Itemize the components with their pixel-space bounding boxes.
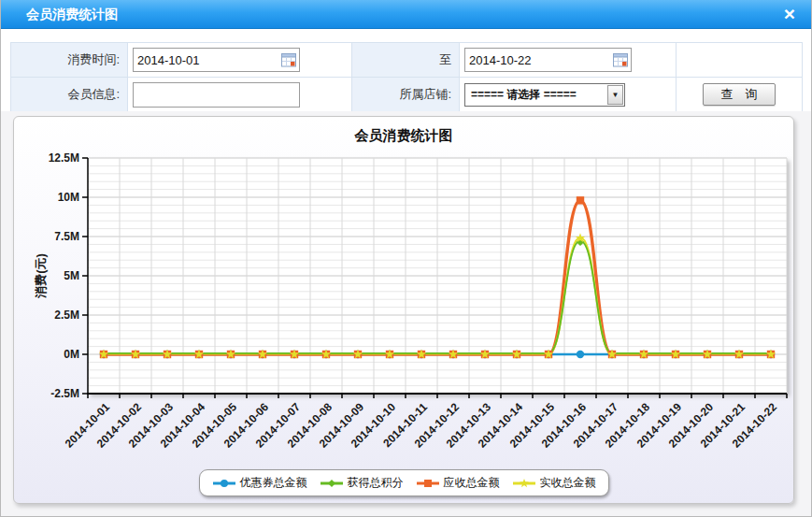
legend-label: 优惠券总金额 — [240, 475, 307, 491]
shop-select[interactable]: ===== 请选择 ===== ▼ — [464, 83, 625, 107]
y-tick-label: -2.5M — [50, 387, 79, 400]
square-marker-icon — [416, 477, 440, 490]
diamond-marker-icon — [320, 477, 344, 490]
legend-label: 实收总金额 — [540, 475, 596, 491]
y-tick-label: 0M — [64, 348, 79, 361]
shop-selected-value: ===== 请选择 ===== — [465, 87, 606, 103]
query-button[interactable]: 查 询 — [703, 83, 776, 106]
date-from-field[interactable] — [133, 48, 300, 72]
search-form: 消费时间: 至 — [10, 42, 803, 112]
legend-item[interactable]: 实收总金额 — [512, 475, 596, 491]
shop-label: 所属店铺: — [352, 78, 460, 112]
to-label: 至 — [352, 43, 460, 78]
y-tick-label: 10M — [58, 191, 79, 204]
legend-label: 获得总积分 — [348, 475, 404, 491]
circle-marker — [221, 480, 228, 487]
legend: 优惠券总金额获得总积分应收总金额实收总金额 — [199, 469, 609, 496]
chart-legend-row: 优惠券总金额获得总积分应收总金额实收总金额 — [14, 469, 793, 496]
close-icon[interactable]: × — [777, 2, 802, 26]
member-info-input[interactable] — [133, 82, 300, 108]
legend-item[interactable]: 获得总积分 — [320, 475, 404, 491]
member-consumption-dialog: 会员消费统计图 × 消费时间: — [0, 0, 812, 517]
empty-cell — [677, 43, 803, 78]
y-axis-title: 消费(元) — [34, 253, 48, 299]
chart-panel: 12.5M10M7.5M5M2.5M0M-2.5M2014-10-012014-… — [13, 116, 794, 504]
date-to-field[interactable] — [464, 48, 632, 72]
chevron-down-icon[interactable]: ▼ — [607, 85, 623, 105]
member-info-label: 会员信息: — [11, 78, 128, 112]
square-marker — [424, 480, 432, 487]
circle-marker — [577, 351, 584, 358]
y-tick-label: 5M — [64, 269, 79, 282]
consume-time-label: 消费时间: — [11, 43, 128, 78]
legend-item[interactable]: 应收总金额 — [416, 475, 500, 491]
chart-plot: 12.5M10M7.5M5M2.5M0M-2.5M2014-10-012014-… — [14, 117, 793, 503]
chart-title: 会员消费统计图 — [14, 127, 793, 145]
calendar-icon[interactable] — [613, 53, 628, 67]
date-from-input[interactable] — [134, 50, 281, 70]
y-tick-label: 2.5M — [54, 309, 79, 322]
legend-item[interactable]: 优惠券总金额 — [212, 475, 307, 491]
calendar-icon[interactable] — [281, 53, 296, 67]
legend-label: 应收总金额 — [444, 475, 500, 491]
y-tick-label: 7.5M — [54, 230, 79, 243]
y-tick-label: 12.5M — [49, 151, 79, 165]
circle-marker-icon — [212, 477, 236, 490]
square-marker — [577, 196, 584, 204]
star-marker-icon — [512, 477, 536, 490]
window-title: 会员消费统计图 — [26, 7, 118, 23]
diamond-marker — [328, 480, 335, 487]
date-to-input[interactable] — [465, 50, 613, 70]
title-bar: 会员消费统计图 × — [1, 0, 812, 29]
